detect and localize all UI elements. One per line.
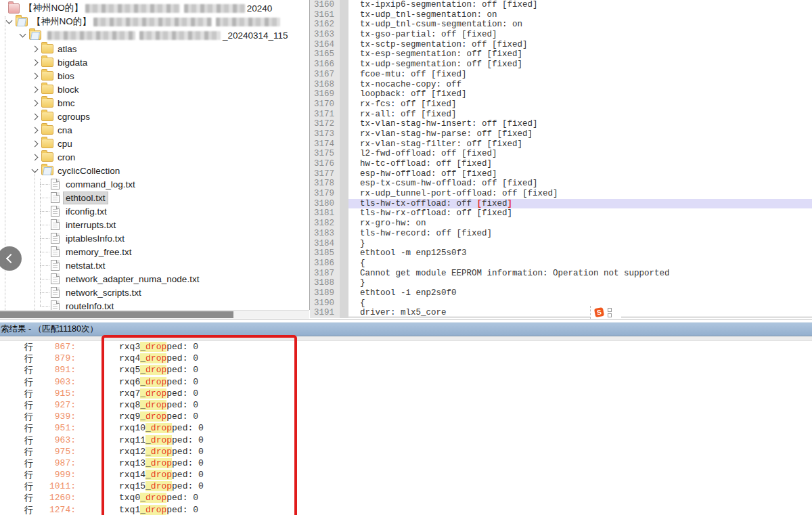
chevron-icon[interactable] <box>32 99 39 106</box>
search-results-panel[interactable]: 行 867: rxq3_dropped: 0 行 879: rxq4_dropp… <box>0 341 812 515</box>
folder-label: cgroups <box>58 112 90 122</box>
editor-line[interactable]: 3174 rx-vlan-stag-filter: off [fixed] <box>310 139 812 150</box>
tree-file-row[interactable]: ifconfig.txt <box>40 204 201 218</box>
editor-line[interactable]: 3160 tx-ipxip6-segmentation: off [fixed] <box>310 0 812 10</box>
editor-line[interactable]: 3161 tx-udp_tnl-segmentation: on <box>310 10 812 20</box>
editor-line[interactable]: 3173 rx-vlan-stag-hw-parse: off [fixed] <box>310 129 812 139</box>
chevron-icon[interactable] <box>32 72 39 79</box>
tree-node-level3[interactable]: _20240314_115 <box>20 28 288 42</box>
search-result-row[interactable]: 行 903: rxq6_dropped: 0 <box>0 376 812 388</box>
tree-node-level2[interactable]: 【神州NO的】 <box>7 15 282 28</box>
tree-folder-row[interactable]: cpu <box>32 137 120 150</box>
editor-line[interactable]: 3171 rx-all: off [fixed] <box>310 110 812 120</box>
chevron-down-icon[interactable] <box>6 18 13 24</box>
tree-folder-row[interactable]: cgroups <box>32 110 120 123</box>
folder-icon <box>41 139 53 148</box>
editor-line[interactable]: 3172 tx-vlan-stag-hw-insert: off [fixed] <box>310 119 812 129</box>
search-results-header[interactable]: 索结果 - （匹配11180次） <box>0 322 812 336</box>
tree-folder-row[interactable]: block <box>32 83 120 96</box>
chevron-icon[interactable] <box>32 166 39 173</box>
tree-file-row[interactable]: network_adapter_numa_node.txt <box>40 272 201 286</box>
fold-margin <box>340 99 348 110</box>
editor-line[interactable]: 3164 tx-sctp-segmentation: off [fixed] <box>310 40 812 50</box>
editor-line[interactable]: 3177 esp-hw-offload: off [fixed] <box>310 169 812 179</box>
editor-line[interactable]: 3187 Cannot get module EEPROM informatio… <box>310 269 812 279</box>
editor-line[interactable]: 3165 tx-esp-segmentation: off [fixed] <box>310 49 812 60</box>
fold-margin <box>340 179 348 189</box>
tree-root-archive[interactable]: 【神州NO的】 20240 <box>8 1 272 15</box>
tree-file-row[interactable]: command_log.txt <box>40 177 201 191</box>
fold-margin <box>340 49 348 60</box>
app-s-logo-icon[interactable]: S <box>594 307 604 317</box>
editor-line[interactable]: 3175 l2-fwd-offload: off [fixed] <box>310 149 812 159</box>
editor-line[interactable]: 3188 } <box>310 278 812 288</box>
search-result-row[interactable]: 行 939: rxq9_dropped: 0 <box>0 411 812 422</box>
tree-folder-row[interactable]: bmc <box>32 96 120 110</box>
search-result-row[interactable]: 行 951: rxq10_dropped: 0 <box>0 422 812 434</box>
tree-folder-row[interactable]: cron <box>32 150 120 164</box>
chevron-icon[interactable] <box>32 127 39 133</box>
tree-file-row[interactable]: network_scripts.txt <box>40 286 201 299</box>
editor-line[interactable]: 3169 loopback: off [fixed] <box>310 89 812 99</box>
search-result-row[interactable]: 行 879: rxq4_dropped: 0 <box>0 353 812 364</box>
chevron-icon[interactable] <box>32 86 39 93</box>
editor-line[interactable]: 3179 rx-udp_tunnel-port-offload: off [fi… <box>310 189 812 199</box>
chevron-icon[interactable] <box>32 45 39 52</box>
editor-line[interactable]: 3180 tls-hw-tx-offload: off [fixed] <box>310 199 812 209</box>
match-highlight: drop <box>151 481 172 491</box>
chevron-icon[interactable] <box>32 154 39 160</box>
search-result-row[interactable]: 行 927: rxq8_dropped: 0 <box>0 399 812 411</box>
chevron-icon[interactable] <box>32 140 39 147</box>
search-result-row[interactable]: 行 987: rxq13_dropped: 0 <box>0 457 812 469</box>
chevron-down-icon[interactable] <box>20 31 26 38</box>
line-word-label: 行 <box>24 446 34 457</box>
editor-line[interactable]: 3189 ethtool -i enp2s0f0 <box>310 288 812 298</box>
tree-folder-row[interactable]: cna <box>32 123 120 137</box>
editor-line[interactable]: 3178 esp-tx-csum-hw-offload: off [fixed] <box>310 179 812 189</box>
tree-file-row[interactable]: netstat.txt <box>40 259 201 272</box>
search-result-row[interactable]: 行 867: rxq3_dropped: 0 <box>0 341 812 353</box>
search-result-row[interactable]: 行 975: rxq12_dropped: 0 <box>0 446 812 457</box>
editor-line[interactable]: 3167 fcoe-mtu: off [fixed] <box>310 70 812 80</box>
editor-line[interactable]: 3181 tls-hw-rx-offload: off [fixed] <box>310 208 812 219</box>
editor-line[interactable]: 3176 hw-tc-offload: off [fixed] <box>310 159 812 169</box>
editor-line[interactable]: 3184 } <box>310 239 812 249</box>
tree-folder-row[interactable]: atlas <box>32 42 120 55</box>
tree-horizontal-scrollbar[interactable] <box>0 310 309 319</box>
editor-line[interactable]: 3182 rx-gro-hw: on <box>310 219 812 229</box>
chevron-icon[interactable] <box>32 59 39 66</box>
tree-folder-row[interactable]: bigdata <box>32 55 120 69</box>
scrollbar-thumb[interactable] <box>0 311 233 318</box>
tree-file-row[interactable]: interrupts.txt <box>40 218 201 231</box>
result-line-number: 891: <box>34 364 76 376</box>
search-result-row[interactable]: 行 999: rxq14_dropped: 0 <box>0 469 812 480</box>
splitter-widget[interactable]: S <box>590 306 621 319</box>
editor-line[interactable]: 3183 tls-hw-record: off [fixed] <box>310 229 812 239</box>
editor-line[interactable]: 3186 { <box>310 259 812 269</box>
search-result-row[interactable]: 行 1260: txq0_dropped: 0 <box>0 492 812 503</box>
tree-folder-row[interactable]: cyclicCollection <box>32 164 120 177</box>
search-result-row[interactable]: 行 1274: txq1_dropped: 0 <box>0 504 812 515</box>
search-result-row[interactable]: 行 1011: rxq15_dropped: 0 <box>0 480 812 492</box>
search-result-row[interactable]: 行 915: rxq7_dropped: 0 <box>0 388 812 399</box>
line-word-label: 行 <box>24 388 34 399</box>
fold-margin <box>340 70 348 80</box>
editor-line[interactable]: 3168 tx-nocache-copy: off <box>310 80 812 90</box>
search-result-row[interactable]: 行 891: rxq5_dropped: 0 <box>0 364 812 376</box>
editor-line[interactable]: 3163 tx-gso-partial: off [fixed] <box>310 30 812 40</box>
tree-file-row[interactable]: iptablesInfo.txt <box>40 231 201 245</box>
line-text: } <box>348 239 812 249</box>
tree-file-row[interactable]: ethtool.txt <box>40 191 201 204</box>
line-number: 3177 <box>310 169 340 179</box>
editor-line[interactable]: 3170 rx-fcs: off [fixed] <box>310 99 812 110</box>
chevron-icon[interactable] <box>32 113 39 120</box>
editor-line[interactable]: 3166 tx-udp-segmentation: off [fixed] <box>310 60 812 70</box>
editor-line[interactable]: 3185 ethtool -m enp125s0f3 <box>310 248 812 259</box>
tree-file-row[interactable]: routeInfo.txt <box>40 299 201 310</box>
tree-file-row[interactable]: memory_free.txt <box>40 245 201 259</box>
search-result-row[interactable]: 行 963: rxq11_dropped: 0 <box>0 434 812 446</box>
tree-folder-row[interactable]: bios <box>32 69 120 83</box>
editor-line[interactable]: 3162 tx-udp_tnl-csum-segmentation: on <box>310 20 812 30</box>
editor-pane[interactable]: 3160 tx-ipxip6-segmentation: off [fixed]… <box>310 0 812 318</box>
editor-line[interactable]: 3190 { <box>310 298 812 309</box>
